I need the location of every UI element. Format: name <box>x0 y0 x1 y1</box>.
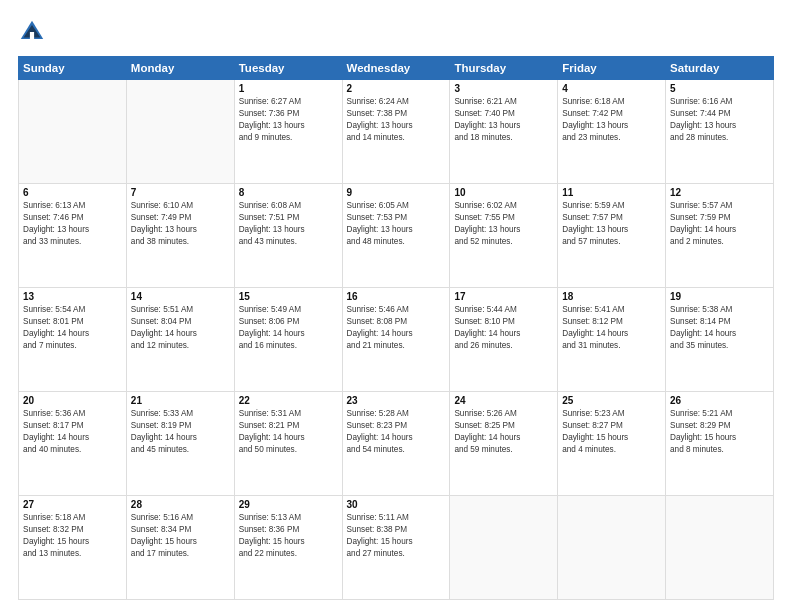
day-number: 30 <box>347 499 446 510</box>
day-info: Sunrise: 5:36 AM Sunset: 8:17 PM Dayligh… <box>23 408 122 456</box>
calendar-cell <box>666 496 774 600</box>
calendar-cell: 29Sunrise: 5:13 AM Sunset: 8:36 PM Dayli… <box>234 496 342 600</box>
logo <box>18 18 50 46</box>
day-of-week-header: Thursday <box>450 57 558 80</box>
day-info: Sunrise: 5:23 AM Sunset: 8:27 PM Dayligh… <box>562 408 661 456</box>
day-of-week-header: Wednesday <box>342 57 450 80</box>
day-number: 1 <box>239 83 338 94</box>
day-number: 9 <box>347 187 446 198</box>
day-info: Sunrise: 5:31 AM Sunset: 8:21 PM Dayligh… <box>239 408 338 456</box>
day-info: Sunrise: 5:28 AM Sunset: 8:23 PM Dayligh… <box>347 408 446 456</box>
header <box>18 18 774 46</box>
day-info: Sunrise: 5:13 AM Sunset: 8:36 PM Dayligh… <box>239 512 338 560</box>
day-info: Sunrise: 5:49 AM Sunset: 8:06 PM Dayligh… <box>239 304 338 352</box>
day-number: 22 <box>239 395 338 406</box>
day-info: Sunrise: 5:16 AM Sunset: 8:34 PM Dayligh… <box>131 512 230 560</box>
calendar-cell: 10Sunrise: 6:02 AM Sunset: 7:55 PM Dayli… <box>450 184 558 288</box>
calendar-cell: 16Sunrise: 5:46 AM Sunset: 8:08 PM Dayli… <box>342 288 450 392</box>
day-number: 3 <box>454 83 553 94</box>
calendar-cell: 12Sunrise: 5:57 AM Sunset: 7:59 PM Dayli… <box>666 184 774 288</box>
calendar-cell: 2Sunrise: 6:24 AM Sunset: 7:38 PM Daylig… <box>342 80 450 184</box>
calendar-cell: 14Sunrise: 5:51 AM Sunset: 8:04 PM Dayli… <box>126 288 234 392</box>
day-of-week-header: Tuesday <box>234 57 342 80</box>
day-info: Sunrise: 5:57 AM Sunset: 7:59 PM Dayligh… <box>670 200 769 248</box>
day-number: 23 <box>347 395 446 406</box>
calendar-cell: 22Sunrise: 5:31 AM Sunset: 8:21 PM Dayli… <box>234 392 342 496</box>
calendar-cell: 13Sunrise: 5:54 AM Sunset: 8:01 PM Dayli… <box>19 288 127 392</box>
calendar-week-row: 27Sunrise: 5:18 AM Sunset: 8:32 PM Dayli… <box>19 496 774 600</box>
day-number: 4 <box>562 83 661 94</box>
calendar-week-row: 20Sunrise: 5:36 AM Sunset: 8:17 PM Dayli… <box>19 392 774 496</box>
calendar-cell: 9Sunrise: 6:05 AM Sunset: 7:53 PM Daylig… <box>342 184 450 288</box>
day-number: 20 <box>23 395 122 406</box>
day-of-week-header: Sunday <box>19 57 127 80</box>
calendar-cell: 17Sunrise: 5:44 AM Sunset: 8:10 PM Dayli… <box>450 288 558 392</box>
calendar-cell: 20Sunrise: 5:36 AM Sunset: 8:17 PM Dayli… <box>19 392 127 496</box>
day-info: Sunrise: 6:24 AM Sunset: 7:38 PM Dayligh… <box>347 96 446 144</box>
day-info: Sunrise: 5:38 AM Sunset: 8:14 PM Dayligh… <box>670 304 769 352</box>
day-number: 21 <box>131 395 230 406</box>
day-number: 17 <box>454 291 553 302</box>
day-number: 6 <box>23 187 122 198</box>
calendar-cell: 25Sunrise: 5:23 AM Sunset: 8:27 PM Dayli… <box>558 392 666 496</box>
calendar-cell: 1Sunrise: 6:27 AM Sunset: 7:36 PM Daylig… <box>234 80 342 184</box>
day-of-week-header: Friday <box>558 57 666 80</box>
calendar-cell <box>450 496 558 600</box>
day-number: 2 <box>347 83 446 94</box>
day-info: Sunrise: 5:46 AM Sunset: 8:08 PM Dayligh… <box>347 304 446 352</box>
day-number: 24 <box>454 395 553 406</box>
logo-icon <box>18 18 46 46</box>
day-number: 16 <box>347 291 446 302</box>
day-number: 19 <box>670 291 769 302</box>
day-number: 11 <box>562 187 661 198</box>
day-number: 14 <box>131 291 230 302</box>
day-number: 5 <box>670 83 769 94</box>
day-info: Sunrise: 6:13 AM Sunset: 7:46 PM Dayligh… <box>23 200 122 248</box>
day-info: Sunrise: 6:05 AM Sunset: 7:53 PM Dayligh… <box>347 200 446 248</box>
calendar-cell: 23Sunrise: 5:28 AM Sunset: 8:23 PM Dayli… <box>342 392 450 496</box>
calendar-cell: 11Sunrise: 5:59 AM Sunset: 7:57 PM Dayli… <box>558 184 666 288</box>
calendar-cell <box>126 80 234 184</box>
calendar-cell: 4Sunrise: 6:18 AM Sunset: 7:42 PM Daylig… <box>558 80 666 184</box>
day-info: Sunrise: 5:11 AM Sunset: 8:38 PM Dayligh… <box>347 512 446 560</box>
calendar-cell: 6Sunrise: 6:13 AM Sunset: 7:46 PM Daylig… <box>19 184 127 288</box>
calendar-cell: 30Sunrise: 5:11 AM Sunset: 8:38 PM Dayli… <box>342 496 450 600</box>
calendar-week-row: 6Sunrise: 6:13 AM Sunset: 7:46 PM Daylig… <box>19 184 774 288</box>
calendar-cell: 28Sunrise: 5:16 AM Sunset: 8:34 PM Dayli… <box>126 496 234 600</box>
calendar-cell: 27Sunrise: 5:18 AM Sunset: 8:32 PM Dayli… <box>19 496 127 600</box>
calendar-cell: 8Sunrise: 6:08 AM Sunset: 7:51 PM Daylig… <box>234 184 342 288</box>
day-number: 13 <box>23 291 122 302</box>
day-header-row: SundayMondayTuesdayWednesdayThursdayFrid… <box>19 57 774 80</box>
day-info: Sunrise: 6:02 AM Sunset: 7:55 PM Dayligh… <box>454 200 553 248</box>
day-number: 18 <box>562 291 661 302</box>
day-number: 25 <box>562 395 661 406</box>
day-number: 29 <box>239 499 338 510</box>
day-info: Sunrise: 6:16 AM Sunset: 7:44 PM Dayligh… <box>670 96 769 144</box>
calendar-cell: 21Sunrise: 5:33 AM Sunset: 8:19 PM Dayli… <box>126 392 234 496</box>
day-info: Sunrise: 5:44 AM Sunset: 8:10 PM Dayligh… <box>454 304 553 352</box>
day-info: Sunrise: 6:18 AM Sunset: 7:42 PM Dayligh… <box>562 96 661 144</box>
calendar-cell: 3Sunrise: 6:21 AM Sunset: 7:40 PM Daylig… <box>450 80 558 184</box>
day-info: Sunrise: 5:26 AM Sunset: 8:25 PM Dayligh… <box>454 408 553 456</box>
day-info: Sunrise: 5:41 AM Sunset: 8:12 PM Dayligh… <box>562 304 661 352</box>
day-number: 10 <box>454 187 553 198</box>
day-info: Sunrise: 6:08 AM Sunset: 7:51 PM Dayligh… <box>239 200 338 248</box>
calendar-cell: 26Sunrise: 5:21 AM Sunset: 8:29 PM Dayli… <box>666 392 774 496</box>
page: SundayMondayTuesdayWednesdayThursdayFrid… <box>0 0 792 612</box>
day-of-week-header: Monday <box>126 57 234 80</box>
day-number: 28 <box>131 499 230 510</box>
day-info: Sunrise: 5:51 AM Sunset: 8:04 PM Dayligh… <box>131 304 230 352</box>
calendar-cell: 18Sunrise: 5:41 AM Sunset: 8:12 PM Dayli… <box>558 288 666 392</box>
day-info: Sunrise: 5:54 AM Sunset: 8:01 PM Dayligh… <box>23 304 122 352</box>
calendar-week-row: 13Sunrise: 5:54 AM Sunset: 8:01 PM Dayli… <box>19 288 774 392</box>
day-number: 15 <box>239 291 338 302</box>
calendar-cell <box>19 80 127 184</box>
day-number: 7 <box>131 187 230 198</box>
day-info: Sunrise: 5:59 AM Sunset: 7:57 PM Dayligh… <box>562 200 661 248</box>
calendar-cell <box>558 496 666 600</box>
day-of-week-header: Saturday <box>666 57 774 80</box>
calendar-cell: 19Sunrise: 5:38 AM Sunset: 8:14 PM Dayli… <box>666 288 774 392</box>
calendar-cell: 5Sunrise: 6:16 AM Sunset: 7:44 PM Daylig… <box>666 80 774 184</box>
calendar-cell: 15Sunrise: 5:49 AM Sunset: 8:06 PM Dayli… <box>234 288 342 392</box>
day-number: 12 <box>670 187 769 198</box>
